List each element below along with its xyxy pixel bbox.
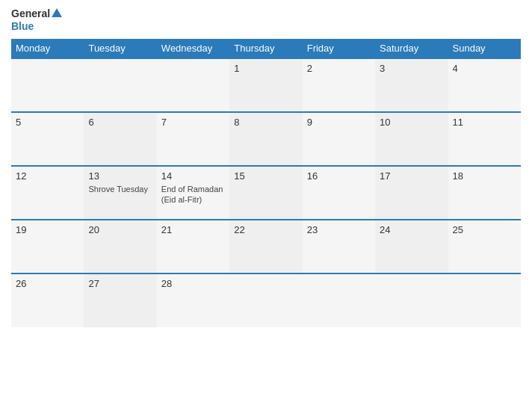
day-number: 19 bbox=[16, 224, 79, 235]
day-number: 28 bbox=[161, 278, 225, 289]
calendar-cell: 10 bbox=[375, 112, 448, 166]
day-number: 11 bbox=[453, 117, 516, 128]
calendar-cell: 18 bbox=[448, 166, 521, 220]
day-number: 12 bbox=[16, 170, 79, 182]
calendar-thead: MondayTuesdayWednesdayThursdayFridaySatu… bbox=[11, 39, 521, 58]
day-number: 16 bbox=[307, 170, 371, 182]
weekday-header-sunday: Sunday bbox=[448, 39, 521, 58]
calendar-cell: 9 bbox=[303, 112, 375, 166]
calendar-cell: 8 bbox=[229, 112, 302, 166]
calendar-cell: 6 bbox=[84, 112, 156, 166]
calendar-week-row: 1213Shrove Tuesday14End of Ramadan (Eid … bbox=[11, 166, 521, 220]
calendar-cell: 13Shrove Tuesday bbox=[84, 166, 156, 220]
weekday-header-thursday: Thursday bbox=[229, 39, 302, 58]
calendar-week-row: 1234 bbox=[11, 58, 521, 112]
calendar-cell: 25 bbox=[448, 220, 521, 274]
calendar-cell: 27 bbox=[84, 274, 156, 327]
day-number: 5 bbox=[16, 117, 79, 128]
calendar-table: MondayTuesdayWednesdayThursdayFridaySatu… bbox=[11, 39, 521, 327]
calendar-cell: 17 bbox=[375, 166, 448, 220]
day-number: 15 bbox=[234, 170, 297, 182]
logo-blue-text: Blue bbox=[11, 20, 34, 32]
day-number: 17 bbox=[380, 170, 443, 182]
calendar-cell: 11 bbox=[448, 112, 521, 166]
event-text: Shrove Tuesday bbox=[88, 185, 148, 194]
day-number: 2 bbox=[307, 63, 371, 74]
calendar-cell: 19 bbox=[11, 220, 84, 274]
weekday-header-wednesday: Wednesday bbox=[157, 39, 229, 58]
calendar-cell bbox=[229, 274, 302, 327]
day-number: 13 bbox=[88, 170, 152, 182]
day-number: 8 bbox=[234, 117, 297, 128]
day-number: 3 bbox=[380, 63, 443, 74]
day-number: 22 bbox=[234, 224, 297, 235]
day-number: 25 bbox=[453, 224, 516, 235]
calendar-cell: 20 bbox=[84, 220, 156, 274]
calendar-cell: 28 bbox=[157, 274, 229, 327]
day-number: 23 bbox=[307, 224, 371, 235]
calendar-cell bbox=[303, 274, 375, 327]
day-number: 9 bbox=[307, 117, 371, 128]
calendar-cell: 4 bbox=[448, 58, 521, 112]
weekday-header-friday: Friday bbox=[303, 39, 375, 58]
event-text: End of Ramadan (Eid al-Fitr) bbox=[161, 185, 223, 204]
calendar-cell bbox=[375, 274, 448, 327]
calendar-cell bbox=[448, 274, 521, 327]
calendar-week-row: 262728 bbox=[11, 274, 521, 327]
calendar-cell: 21 bbox=[157, 220, 229, 274]
calendar-cell: 7 bbox=[157, 112, 229, 166]
day-number: 1 bbox=[234, 63, 297, 74]
logo: General Blue bbox=[11, 7, 62, 33]
day-number: 27 bbox=[88, 278, 152, 289]
calendar-cell: 3 bbox=[375, 58, 448, 112]
calendar-week-row: 19202122232425 bbox=[11, 220, 521, 274]
logo-triangle-icon bbox=[52, 8, 62, 17]
weekday-header-saturday: Saturday bbox=[375, 39, 448, 58]
calendar-cell: 22 bbox=[229, 220, 302, 274]
weekday-header-monday: Monday bbox=[11, 39, 84, 58]
day-number: 21 bbox=[161, 224, 225, 235]
calendar-cell: 14End of Ramadan (Eid al-Fitr) bbox=[157, 166, 229, 220]
day-number: 26 bbox=[16, 278, 79, 289]
calendar-cell: 24 bbox=[375, 220, 448, 274]
calendar-cell: 5 bbox=[11, 112, 84, 166]
day-number: 6 bbox=[88, 117, 152, 128]
calendar-header: General Blue bbox=[11, 7, 521, 33]
calendar-cell: 23 bbox=[303, 220, 375, 274]
day-number: 4 bbox=[453, 63, 516, 74]
day-number: 14 bbox=[161, 170, 225, 182]
calendar-body: 12345678910111213Shrove Tuesday14End of … bbox=[11, 58, 521, 327]
calendar-cell bbox=[84, 58, 156, 112]
day-number: 7 bbox=[161, 117, 225, 128]
day-number: 20 bbox=[88, 224, 152, 235]
calendar-week-row: 567891011 bbox=[11, 112, 521, 166]
calendar-cell: 12 bbox=[11, 166, 84, 220]
day-number: 18 bbox=[453, 170, 516, 182]
calendar-cell bbox=[157, 58, 229, 112]
day-number: 24 bbox=[380, 224, 443, 235]
weekday-header-row: MondayTuesdayWednesdayThursdayFridaySatu… bbox=[11, 39, 521, 58]
calendar-container: General Blue MondayTuesdayWednesdayThurs… bbox=[0, 0, 532, 411]
calendar-cell: 2 bbox=[303, 58, 375, 112]
calendar-cell: 15 bbox=[229, 166, 302, 220]
day-number: 10 bbox=[380, 117, 443, 128]
calendar-cell: 1 bbox=[229, 58, 302, 112]
calendar-cell bbox=[11, 58, 84, 112]
calendar-cell: 26 bbox=[11, 274, 84, 327]
calendar-cell: 16 bbox=[303, 166, 375, 220]
weekday-header-tuesday: Tuesday bbox=[84, 39, 156, 58]
logo-general-text: General bbox=[11, 7, 50, 20]
